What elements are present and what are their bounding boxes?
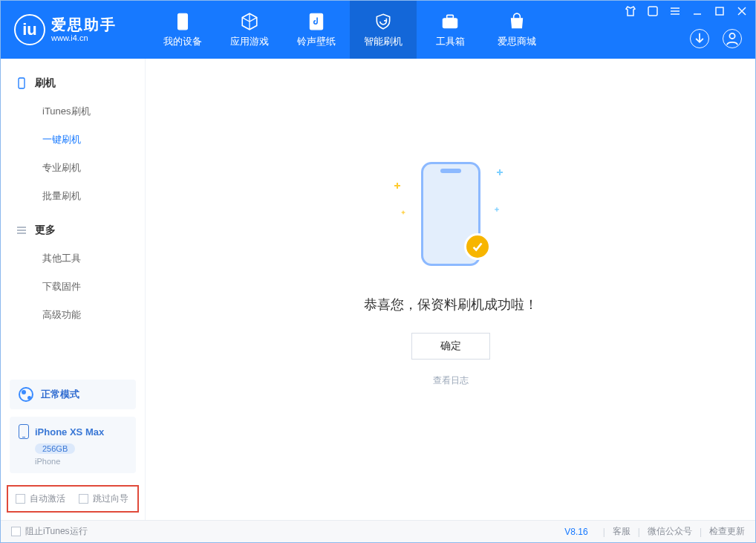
nav-ringtone[interactable]: 铃声壁纸 — [283, 1, 350, 59]
close-icon[interactable] — [736, 5, 748, 17]
nav-flash[interactable]: 智能刷机 — [350, 1, 417, 59]
success-illustration — [406, 162, 495, 273]
sidebar-group-label: 更多 — [35, 224, 56, 237]
device-mode-label: 正常模式 — [41, 388, 79, 401]
device-storage-badge: 256GB — [35, 443, 75, 454]
device-mode-card[interactable]: 正常模式 — [10, 380, 136, 409]
mode-icon — [19, 387, 33, 402]
svg-point-6 — [729, 33, 734, 39]
checkbox-icon — [11, 527, 21, 536]
highlighted-options: 自动激活 跳过向导 — [7, 485, 139, 513]
title-bar: iu 爱思助手 www.i4.cn 我的设备 应用游戏 铃声壁纸 智能刷机 工具… — [1, 1, 755, 59]
feedback-icon[interactable] — [647, 5, 659, 17]
block-itunes-checkbox[interactable]: 阻止iTunes运行 — [11, 525, 88, 538]
nav-label: 工具箱 — [436, 35, 465, 48]
sidebar-item-itunes[interactable]: iTunes刷机 — [42, 97, 136, 126]
success-message: 恭喜您，保资料刷机成功啦！ — [364, 296, 538, 313]
sidebar-group-label: 刷机 — [35, 77, 56, 90]
app-title: 爱思助手 — [51, 16, 117, 33]
sidebar-item-firmware[interactable]: 下载固件 — [42, 273, 136, 301]
logo-icon: iu — [14, 14, 45, 45]
sidebar-group-flash: 刷机 — [10, 69, 136, 97]
menu-icon[interactable] — [669, 5, 681, 17]
svg-rect-7 — [19, 78, 25, 88]
device-type: iPhone — [35, 457, 127, 466]
status-bar: 阻止iTunes运行 V8.16 | 客服 | 微信公众号 | 检查更新 — [1, 520, 755, 542]
checkbox-label: 自动激活 — [30, 492, 65, 505]
device-name: iPhone XS Max — [35, 426, 104, 438]
main-nav: 我的设备 应用游戏 铃声壁纸 智能刷机 工具箱 爱思商城 — [149, 1, 550, 59]
app-subtitle: www.i4.cn — [51, 33, 117, 43]
list-icon — [16, 224, 27, 236]
app-logo: iu 爱思助手 www.i4.cn — [1, 14, 149, 45]
nav-store[interactable]: 爱思商城 — [483, 1, 550, 59]
cube-icon — [239, 11, 260, 32]
checkbox-label: 跳过向导 — [93, 492, 128, 505]
checkbox-icon — [16, 494, 25, 504]
svg-rect-1 — [310, 13, 322, 30]
check-update-link[interactable]: 检查更新 — [709, 525, 745, 538]
sidebar-item-onekey[interactable]: 一键刷机 — [42, 126, 136, 154]
checkbox-icon — [79, 494, 88, 504]
header-action-buttons — [690, 29, 742, 48]
skip-guide-checkbox[interactable]: 跳过向导 — [79, 492, 128, 505]
nav-toolbox[interactable]: 工具箱 — [417, 1, 483, 59]
sparkle-icon — [401, 211, 405, 215]
nav-label: 铃声壁纸 — [297, 35, 336, 48]
device-info-card[interactable]: iPhone XS Max 256GB iPhone — [10, 417, 136, 473]
sidebar-item-advanced[interactable]: 高级功能 — [42, 301, 136, 329]
refresh-shield-icon — [373, 11, 394, 32]
sidebar-item-batch[interactable]: 批量刷机 — [42, 182, 136, 210]
toolbox-icon — [440, 11, 460, 32]
nav-label: 应用游戏 — [230, 35, 269, 48]
nav-label: 爱思商城 — [498, 35, 536, 48]
wechat-link[interactable]: 微信公众号 — [648, 525, 692, 538]
view-log-link[interactable]: 查看日志 — [433, 374, 469, 387]
svg-rect-4 — [648, 7, 657, 16]
sidebar-item-pro[interactable]: 专业刷机 — [42, 154, 136, 182]
sparkle-icon — [497, 169, 503, 175]
ok-button[interactable]: 确定 — [411, 333, 490, 360]
device-icon — [16, 77, 27, 89]
main-content: 恭喜您，保资料刷机成功啦！ 确定 查看日志 — [146, 59, 755, 520]
svg-rect-2 — [443, 19, 457, 28]
bag-icon — [506, 11, 527, 32]
nav-label: 我的设备 — [163, 35, 202, 48]
phone-outline-icon — [19, 424, 29, 439]
minimize-icon[interactable] — [691, 5, 703, 17]
sparkle-icon — [394, 183, 400, 189]
svg-rect-0 — [178, 13, 188, 30]
download-button[interactable] — [690, 29, 709, 48]
auto-activate-checkbox[interactable]: 自动激活 — [16, 492, 65, 505]
music-file-icon — [306, 11, 327, 32]
check-badge-icon — [464, 233, 491, 260]
phone-icon — [172, 11, 193, 32]
skin-icon[interactable] — [625, 5, 636, 17]
version-label: V8.16 — [564, 527, 587, 537]
nav-label: 智能刷机 — [364, 35, 403, 48]
maximize-icon[interactable] — [714, 5, 726, 17]
support-link[interactable]: 客服 — [613, 525, 630, 538]
window-controls — [625, 5, 748, 17]
sidebar-item-other-tools[interactable]: 其他工具 — [42, 244, 136, 273]
svg-rect-3 — [447, 15, 454, 18]
sidebar: 刷机 iTunes刷机 一键刷机 专业刷机 批量刷机 更多 其他工具 下载固件 … — [1, 59, 146, 520]
nav-apps[interactable]: 应用游戏 — [216, 1, 283, 59]
nav-my-device[interactable]: 我的设备 — [149, 1, 216, 59]
checkbox-label: 阻止iTunes运行 — [25, 525, 88, 538]
sparkle-icon — [495, 207, 499, 212]
svg-rect-5 — [716, 7, 723, 15]
sidebar-group-more: 更多 — [10, 216, 136, 244]
user-button[interactable] — [723, 29, 742, 48]
